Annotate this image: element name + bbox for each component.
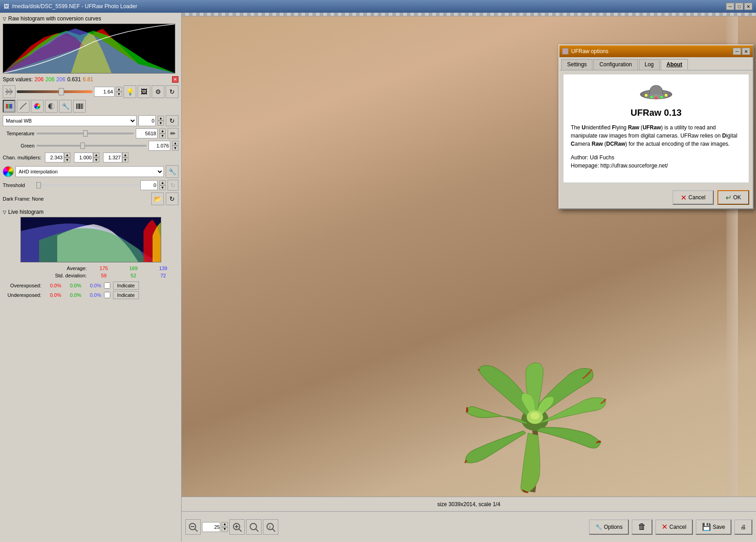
dialog-cancel-btn[interactable]: ✕ Cancel bbox=[672, 190, 713, 205]
lens-btn[interactable]: 🔧 bbox=[59, 100, 72, 113]
tab-settings[interactable]: Settings bbox=[561, 59, 593, 70]
chan-g-input[interactable] bbox=[74, 153, 93, 163]
live-hist-collapse[interactable]: ▽ bbox=[3, 210, 6, 215]
color-btn[interactable] bbox=[31, 100, 44, 113]
chan-r-down[interactable]: ▼ bbox=[64, 158, 70, 163]
status-text: size 3039x2014, scale 1/4 bbox=[437, 501, 500, 508]
barcode-btn[interactable] bbox=[73, 100, 86, 113]
overexposed-checkbox[interactable] bbox=[104, 282, 110, 289]
threshold-row: Threshold ▲ ▼ ↻ bbox=[3, 180, 178, 191]
temp-spin-up[interactable]: ▲ bbox=[159, 128, 166, 133]
collapse-triangle[interactable]: ▽ bbox=[3, 16, 6, 21]
exposure-icon bbox=[5, 88, 13, 96]
refresh-icon-top: ↻ bbox=[169, 88, 175, 95]
wb-spin-down[interactable]: ▼ bbox=[158, 121, 164, 126]
temperature-input[interactable] bbox=[136, 128, 158, 138]
auto-exposure-btn[interactable]: 💡 bbox=[124, 85, 136, 98]
green-slider[interactable] bbox=[36, 145, 147, 147]
delete-btn[interactable]: 🗑 bbox=[632, 519, 652, 535]
curve-btn[interactable] bbox=[17, 100, 30, 113]
preview-btn[interactable]: 🖼 bbox=[138, 85, 150, 98]
zoom-spin-down[interactable]: ▼ bbox=[222, 527, 228, 532]
threshold-slider-thumb[interactable] bbox=[36, 182, 41, 188]
left-panel: ▽ Raw histogram with conversion curves bbox=[0, 13, 182, 542]
dialog-ok-btn[interactable]: ↵ OK bbox=[717, 190, 749, 205]
underexposed-label: Underexposed: bbox=[3, 292, 41, 298]
zoom-spin-up[interactable]: ▲ bbox=[222, 522, 228, 527]
tab-log[interactable]: Log bbox=[639, 59, 660, 70]
zoom-1to1-icon: 1 bbox=[265, 522, 276, 532]
dialog-minimize-btn[interactable]: ─ bbox=[733, 48, 741, 55]
overexposed-indicate-btn[interactable]: Indicate bbox=[113, 281, 139, 290]
exposure-icon-btn[interactable] bbox=[3, 85, 15, 98]
temp-spin-down[interactable]: ▼ bbox=[159, 133, 166, 138]
exposure-slider-thumb[interactable] bbox=[59, 88, 64, 95]
wb-adjust-input[interactable] bbox=[138, 115, 156, 126]
settings-btn[interactable]: ⚙ bbox=[152, 85, 164, 98]
chan-g-down[interactable]: ▼ bbox=[93, 158, 99, 163]
spot-b-value: 206 bbox=[56, 76, 65, 83]
chan-b-up[interactable]: ▲ bbox=[122, 153, 128, 158]
svg-point-29 bbox=[645, 94, 647, 97]
options-label: Options bbox=[604, 524, 623, 530]
zoom-value-input[interactable] bbox=[202, 522, 220, 532]
interp-select[interactable]: AHD interpolation VNG interpolation PPG … bbox=[15, 166, 164, 177]
exposure-spin-up[interactable]: ▲ bbox=[116, 87, 122, 92]
spot-r-value: 206 bbox=[35, 76, 44, 83]
dialog-ok-label: OK bbox=[733, 194, 741, 201]
eyedropper-btn[interactable]: ✏ bbox=[168, 128, 178, 139]
threshold-refresh-btn[interactable]: ↻ bbox=[168, 180, 178, 191]
cancel-btn[interactable]: ✕ Cancel bbox=[655, 519, 692, 535]
refresh-btn-top[interactable]: ↻ bbox=[166, 85, 178, 98]
chan-r-input[interactable] bbox=[45, 153, 64, 163]
tab-about[interactable]: About bbox=[661, 59, 688, 70]
threshold-slider[interactable] bbox=[36, 184, 138, 186]
green-input[interactable] bbox=[148, 141, 170, 151]
zoom-1to1-btn[interactable]: 1 bbox=[263, 519, 278, 535]
wb-refresh-btn[interactable]: ↻ bbox=[166, 115, 178, 126]
temperature-slider[interactable] bbox=[36, 133, 134, 134]
wb-select[interactable]: Manual WB Auto WB Camera WB bbox=[3, 115, 137, 126]
dialog-menu-btn[interactable] bbox=[562, 48, 568, 54]
exposure-input[interactable] bbox=[94, 87, 114, 97]
zoom-in-btn[interactable] bbox=[229, 519, 245, 535]
bw-btn[interactable] bbox=[45, 100, 58, 113]
save-btn[interactable]: 💾 Save bbox=[696, 519, 731, 535]
tab-configuration[interactable]: Configuration bbox=[593, 59, 637, 70]
green-spin-down[interactable]: ▼ bbox=[172, 146, 178, 151]
green-spin-up[interactable]: ▲ bbox=[172, 141, 178, 146]
underexposed-checkbox[interactable] bbox=[104, 292, 110, 298]
maximize-button[interactable]: □ bbox=[735, 3, 743, 10]
dialog-close-btn[interactable]: ✕ bbox=[742, 48, 750, 55]
channel-btn[interactable] bbox=[3, 100, 15, 113]
svg-point-30 bbox=[650, 96, 653, 99]
underexposed-indicate-btn[interactable]: Indicate bbox=[113, 291, 139, 299]
threshold-input[interactable] bbox=[140, 180, 158, 190]
threshold-spin-up[interactable]: ▲ bbox=[159, 180, 166, 185]
exposure-slider[interactable] bbox=[17, 90, 93, 93]
options-btn[interactable]: 🔧 Options bbox=[589, 519, 629, 535]
green-slider-thumb[interactable] bbox=[80, 143, 85, 149]
refresh-icon-dark: ↻ bbox=[169, 195, 175, 202]
close-button[interactable]: ✕ bbox=[744, 3, 752, 10]
minimize-button[interactable]: ─ bbox=[726, 3, 734, 10]
print-btn[interactable]: 🖨 bbox=[734, 519, 752, 535]
threshold-spin-down[interactable]: ▼ bbox=[159, 185, 166, 190]
zoom-out-btn[interactable] bbox=[185, 519, 201, 535]
wb-spin-up[interactable]: ▲ bbox=[158, 116, 164, 121]
spot-values-label: Spot values: bbox=[3, 76, 33, 83]
chan-g-up[interactable]: ▲ bbox=[93, 153, 99, 158]
exposure-spin-down[interactable]: ▼ bbox=[116, 92, 122, 97]
under-r: 0.0% bbox=[44, 292, 61, 298]
color-wheel-icon bbox=[34, 103, 40, 109]
chan-b-down[interactable]: ▼ bbox=[122, 158, 128, 163]
dark-frame-open-btn[interactable]: 📂 bbox=[151, 192, 164, 205]
temperature-slider-thumb[interactable] bbox=[83, 130, 88, 137]
svg-line-16 bbox=[195, 529, 198, 532]
chan-b-input[interactable] bbox=[103, 153, 122, 163]
chan-r-up[interactable]: ▲ bbox=[64, 153, 70, 158]
interp-settings-btn[interactable]: 🔧 bbox=[166, 165, 178, 178]
dark-frame-refresh-btn[interactable]: ↻ bbox=[166, 192, 178, 205]
zoom-fit-btn[interactable] bbox=[246, 519, 262, 535]
spot-close-button[interactable]: ✕ bbox=[172, 76, 178, 83]
